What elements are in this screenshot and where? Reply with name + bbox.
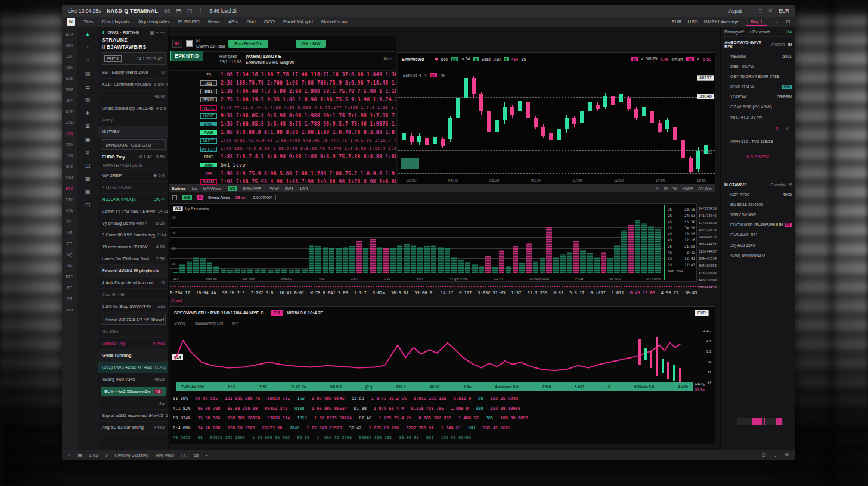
matrix-row-badge[interactable]: EVE	[200, 122, 217, 126]
watchlist-row-6[interactable]: TAWUOUA · OVB GTD	[101, 139, 166, 150]
rail-ticker-dax[interactable]: DAX	[66, 308, 73, 312]
indicator-item-4[interactable]: - W W	[267, 186, 278, 191]
rail-ticker-nq[interactable]: NQ	[67, 253, 73, 257]
watchlist-row-25[interactable]: W/avg 4w9 73454525	[98, 373, 168, 385]
indicator-item-3[interactable]: EMA AWF	[243, 186, 262, 191]
menu-item-1[interactable]: Algo templates	[138, 19, 170, 24]
watchlist-row-5[interactable]: NUTYAK	[98, 126, 168, 138]
rail-ticker-2/34[interactable]: 2/34	[66, 176, 73, 180]
menu-last[interactable]: Ct	[786, 19, 790, 24]
account-row-2[interactable]: O8Y 45/GRY4 B09R 2T88	[721, 71, 795, 82]
watchlist-row-2[interactable]: 48 M	[98, 91, 168, 102]
rail-tool-icon-2[interactable]: ⌗	[86, 57, 89, 64]
watchlist-row-21[interactable]: Gv 1/8w	[98, 326, 168, 338]
close-button[interactable]: ✕	[768, 8, 773, 14]
account-row-4[interactable]: 17AP5W53/88W	[721, 92, 795, 102]
rail-ticker-x3v[interactable]: X3V	[66, 142, 73, 147]
watchlist-row-12[interactable]: Vy on avg Demo 4w775:00	[98, 217, 168, 229]
watchlist-row-18[interactable]: Cwc ⊕ ⑂ ⊞	[98, 289, 168, 301]
rail-ticker-es[interactable]: ES	[67, 242, 72, 246]
rail-ticker-gbp[interactable]: GBP	[66, 88, 74, 92]
matrix-row-badge[interactable]: HVHE	[200, 113, 217, 119]
watchlist-row-23[interactable]: Grids running	[98, 350, 168, 362]
matrix-row-badge[interactable]: 23	[200, 73, 217, 77]
account-row-1[interactable]: 5/88 · 03/7W	[721, 61, 795, 71]
rail-ticker-1v0[interactable]: 1V0	[66, 154, 73, 158]
strategy-row-0[interactable]: NZT 4Y504905	[721, 189, 795, 200]
strategies-section-icon[interactable]: ⑂	[789, 183, 792, 187]
watchlist-row-1[interactable]: K21 · Comment +5C06/89.5% 4	[98, 79, 168, 91]
rail-ticker--5w[interactable]: -5W	[66, 132, 73, 136]
watchlist-row-4[interactable]: Away	[98, 114, 168, 126]
strategy-row-6[interactable]: 42W) Bwwwwwz 0	[721, 250, 795, 260]
toolbar-right-3[interactable]: KWW	[682, 186, 693, 191]
matrix-row-badge[interactable]: BNC	[200, 155, 217, 159]
matrix-row-badge[interactable]: NUTE	[200, 138, 217, 144]
toolbar-right-0[interactable]: 4	[656, 186, 658, 191]
status-icon-2[interactable]: ✉	[785, 452, 789, 458]
rail-ticker-ndx[interactable]: NDX	[66, 43, 74, 48]
rail-ticker-vix[interactable]: VIX	[66, 66, 72, 70]
rail-tool-icon-0[interactable]: ▲	[85, 31, 91, 37]
window-split-icon[interactable]: ◱	[187, 8, 193, 14]
matrix-row-badge[interactable]: Arm	[200, 163, 217, 167]
indicator-item-2[interactable]: W8	[228, 186, 237, 191]
watchlist-row-19[interactable]: 5.0/0 Av Stop 5WW4T4Vwbt	[98, 301, 168, 313]
exp-box[interactable]: EXP	[695, 310, 709, 316]
rail-ticker-eur[interactable]: EUR	[66, 76, 74, 80]
rail-ticker-ng[interactable]: NG	[67, 230, 73, 235]
watchlist-row-9[interactable]: + QTG7 PLAN	[98, 182, 168, 194]
matrix-row-badge[interactable]: B5U5	[200, 97, 217, 102]
rail-ticker-dji[interactable]: DJI	[67, 54, 73, 58]
menu-item-5[interactable]: Grid	[247, 19, 256, 24]
feed-checkbox[interactable]	[186, 40, 193, 47]
watchlist-row-20[interactable]: 4www W2 75/8 1/7 4P 49ww44:33	[101, 314, 166, 325]
matrix-row-badge[interactable]: 999	[200, 172, 217, 176]
app-logo[interactable]: N	[67, 18, 75, 26]
strategy-row-3[interactable]: EUGWV011:85-4W5/WHHM88	[721, 220, 795, 230]
ok-button[interactable]: OK · MW	[296, 40, 326, 48]
watchlist-row-26[interactable]: BUY · 4w2 55wwww5w48	[101, 387, 166, 397]
alerts-row[interactable]: AWH 910 : TV3 128/33	[721, 136, 795, 147]
watchlist-row-17[interactable]: 4 Anti-Drop blend AccountO	[98, 277, 168, 289]
account-row-6[interactable]: WH./ 4T3: BV7W	[721, 112, 795, 122]
rail-tool-icon-13[interactable]: ◰	[85, 202, 91, 208]
menu-item-6[interactable]: OCO	[264, 19, 275, 24]
rail-ticker-spx[interactable]: SPX	[66, 32, 73, 36]
rail-ticker-840[interactable]: 840	[66, 164, 73, 169]
rail-tool-icon-3[interactable]: ▤	[85, 71, 91, 77]
rail-tool-icon-8[interactable]: ▣	[85, 136, 91, 142]
rail-ticker-rty[interactable]: RTY	[66, 275, 73, 279]
matrix-row-badge[interactable]: 5WIM	[200, 179, 217, 185]
caret-icon[interactable]: ⌄	[774, 19, 779, 24]
watchlist-row-10[interactable]: NUJUAK 4YUQ22/0 ⑂	[98, 194, 168, 205]
matrix-row-badge[interactable]: EB1	[200, 89, 217, 94]
watchlist-row-13[interactable]: 2 Cana 88 K5/1 bands avg1:14	[98, 229, 168, 241]
rail-ticker-6e[interactable]: 6E	[67, 286, 72, 290]
rail-tool-icon-6[interactable]: ✚	[85, 110, 90, 116]
ctx-box[interactable]: 0.0 CTX04	[250, 195, 275, 200]
gender-pink-icon[interactable]: ⚲	[776, 127, 779, 132]
menu-item-4[interactable]: APIs	[228, 19, 238, 24]
buy-badge[interactable]: Buy 1	[746, 18, 767, 26]
toolbar-right-1[interactable]: W	[664, 186, 668, 191]
rail-ticker-xau[interactable]: XAU	[66, 208, 73, 213]
minimize-button[interactable]: —	[748, 8, 753, 14]
rail-tool-icon-10[interactable]: ◫	[85, 163, 91, 169]
menu-item-8[interactable]: Market scan	[321, 19, 348, 24]
indicator-item-5[interactable]: 5W8	[285, 186, 293, 191]
menu-item-7[interactable]: Panel MA grid	[283, 19, 313, 24]
menu-right-1[interactable]: USD	[688, 19, 698, 24]
account-section-plus[interactable]: W	[788, 43, 792, 47]
watchlist-row-29[interactable]: Avg 5U 63 bar timing444w	[98, 422, 168, 434]
menu-tiles[interactable]: Tiles	[83, 19, 94, 24]
rail-ticker-jpy[interactable]: JPY	[66, 98, 73, 102]
status-icon-0[interactable]: ⊙	[761, 452, 766, 458]
status-icon-1[interactable]: ⌄	[773, 452, 778, 458]
watchlist-row-11[interactable]: Ebww TYTY8 flow +1/4/4w14:11	[98, 205, 168, 217]
watchlist-row-16[interactable]: Passed 4V4K4 W playbook	[98, 265, 168, 277]
indicator-item-1[interactable]: MA/Wwwr	[203, 186, 222, 191]
toolbar-right-2[interactable]: W	[673, 186, 677, 191]
matrix-row-badge[interactable]: AFTER	[200, 147, 217, 152]
rail-tool-icon-1[interactable]: ◦	[86, 44, 88, 50]
